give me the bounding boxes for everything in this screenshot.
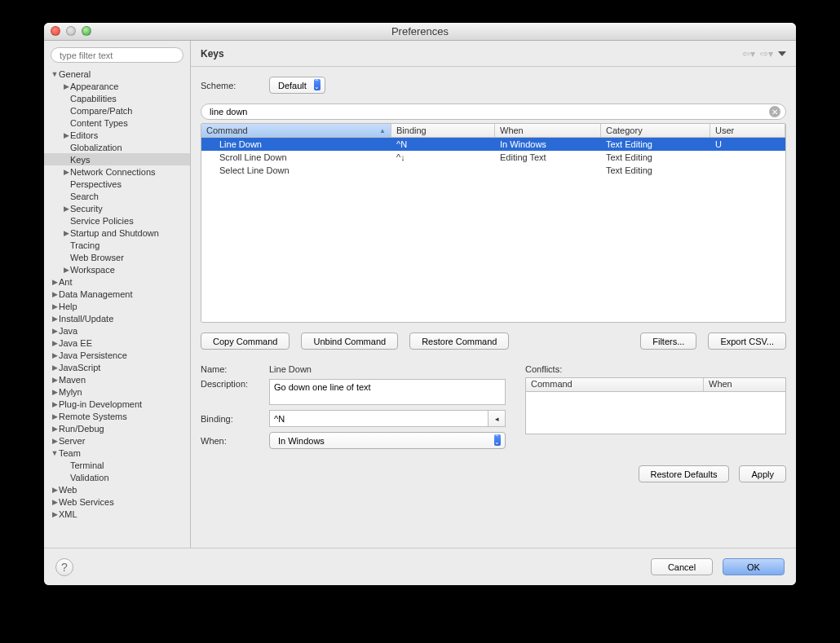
table-row[interactable]: Scroll Line Down^↓Editing TextText Editi…	[201, 151, 785, 164]
tree-item-validation[interactable]: Validation	[44, 471, 190, 483]
binding-input[interactable]	[269, 410, 489, 427]
tree-item-appearance[interactable]: ▶Appearance	[44, 80, 190, 92]
tree-collapse-icon[interactable]: ▼	[51, 449, 59, 457]
tree-item-remote-systems[interactable]: ▶Remote Systems	[44, 410, 190, 422]
table-row[interactable]: Line Down^NIn WindowsText EditingU	[201, 138, 785, 151]
cancel-button[interactable]: Cancel	[651, 558, 713, 575]
filters-button[interactable]: Filters...	[640, 333, 696, 350]
column-binding[interactable]: Binding	[391, 124, 495, 137]
help-button[interactable]: ?	[55, 558, 73, 576]
tree-expand-icon[interactable]: ▶	[51, 498, 59, 506]
tree-expand-icon[interactable]: ▶	[62, 82, 70, 90]
tree-item-tracing[interactable]: Tracing	[44, 239, 190, 251]
tree-expand-icon[interactable]: ▶	[51, 302, 59, 310]
tree-expand-icon[interactable]: ▶	[51, 278, 59, 286]
scheme-select[interactable]: Default	[269, 77, 325, 94]
forward-icon[interactable]: ⇨▾	[760, 48, 773, 59]
tree-expand-icon[interactable]: ▶	[51, 363, 59, 372]
tree-item-web[interactable]: ▶Web	[44, 483, 190, 495]
tree-item-editors[interactable]: ▶Editors	[44, 129, 190, 141]
tree-item-team[interactable]: ▼Team	[44, 447, 190, 459]
keys-search-input[interactable]	[210, 107, 769, 117]
tree-item-keys[interactable]: Keys	[44, 153, 190, 165]
tree-item-ant[interactable]: ▶Ant	[44, 275, 190, 288]
tree-expand-icon[interactable]: ▶	[51, 412, 59, 421]
tree-expand-icon[interactable]: ▶	[62, 266, 70, 274]
column-command[interactable]: Command▲	[201, 124, 391, 137]
tree-item-help[interactable]: ▶Help	[44, 300, 190, 312]
binding-menu-button[interactable]: ◂	[489, 410, 506, 427]
tree-item-search[interactable]: Search	[44, 190, 190, 202]
tree-item-web-browser[interactable]: Web Browser	[44, 251, 190, 263]
tree-expand-icon[interactable]: ▶	[51, 327, 59, 335]
tree-item-javascript[interactable]: ▶JavaScript	[44, 361, 190, 373]
copy-command-button[interactable]: Copy Command	[201, 333, 290, 350]
apply-button[interactable]: Apply	[739, 465, 786, 482]
tree-expand-icon[interactable]: ▶	[62, 168, 70, 176]
table-row[interactable]: Select Line DownText Editing	[201, 164, 785, 177]
zoom-window-button[interactable]	[82, 26, 91, 36]
preference-tree[interactable]: ▼General▶AppearanceCapabilitiesCompare/P…	[44, 68, 190, 548]
when-select[interactable]: In Windows	[269, 432, 506, 449]
column-user[interactable]: User	[710, 124, 785, 137]
conflict-column-when[interactable]: When	[704, 378, 785, 391]
tree-item-general[interactable]: ▼General	[44, 68, 190, 80]
tree-item-java-ee[interactable]: ▶Java EE	[44, 337, 190, 349]
tree-item-mylyn[interactable]: ▶Mylyn	[44, 385, 190, 398]
tree-expand-icon[interactable]: ▶	[51, 376, 59, 384]
tree-item-install-update[interactable]: ▶Install/Update	[44, 312, 190, 324]
tree-expand-icon[interactable]: ▶	[51, 400, 59, 408]
column-when[interactable]: When	[495, 124, 601, 137]
tree-item-network-connections[interactable]: ▶Network Connections	[44, 165, 190, 178]
sidebar-filter-input[interactable]	[51, 47, 183, 63]
clear-search-icon[interactable]: ✕	[769, 106, 780, 117]
tree-expand-icon[interactable]: ▶	[62, 205, 70, 213]
description-input[interactable]	[269, 379, 506, 405]
tree-item-capabilities[interactable]: Capabilities	[44, 92, 190, 104]
tree-item-globalization[interactable]: Globalization	[44, 141, 190, 153]
tree-item-service-policies[interactable]: Service Policies	[44, 214, 190, 227]
close-window-button[interactable]	[51, 26, 60, 36]
tree-expand-icon[interactable]: ▶	[51, 425, 59, 433]
tree-item-data-management[interactable]: ▶Data Management	[44, 288, 190, 300]
tree-item-content-types[interactable]: Content Types	[44, 117, 190, 129]
restore-defaults-button[interactable]: Restore Defaults	[639, 465, 730, 482]
tree-item-maven[interactable]: ▶Maven	[44, 373, 190, 385]
tree-expand-icon[interactable]: ▶	[51, 388, 59, 396]
tree-item-run-debug[interactable]: ▶Run/Debug	[44, 422, 190, 434]
view-menu-icon[interactable]	[778, 50, 786, 58]
tree-item-web-services[interactable]: ▶Web Services	[44, 495, 190, 508]
tree-expand-icon[interactable]: ▶	[62, 131, 70, 139]
tree-expand-icon[interactable]: ▶	[51, 351, 59, 359]
tree-item-plug-in-development[interactable]: ▶Plug-in Development	[44, 398, 190, 410]
tree-expand-icon[interactable]: ▶	[51, 315, 59, 323]
export-csv-button[interactable]: Export CSV...	[708, 333, 786, 350]
tree-item-xml[interactable]: ▶XML	[44, 508, 190, 520]
restore-command-button[interactable]: Restore Command	[409, 333, 509, 350]
tree-item-java[interactable]: ▶Java	[44, 324, 190, 337]
tree-expand-icon[interactable]: ▶	[62, 229, 70, 237]
tree-item-label: Network Connections	[70, 167, 156, 177]
tree-expand-icon[interactable]: ▶	[51, 486, 59, 494]
tree-expand-icon[interactable]: ▶	[51, 510, 59, 518]
tree-item-startup-and-shutdown[interactable]: ▶Startup and Shutdown	[44, 227, 190, 239]
back-icon[interactable]: ⇦▾	[742, 48, 755, 59]
tree-expand-icon[interactable]: ▶	[51, 290, 59, 298]
tree-item-perspectives[interactable]: Perspectives	[44, 178, 190, 190]
unbind-command-button[interactable]: Unbind Command	[301, 333, 398, 350]
tree-item-workspace[interactable]: ▶Workspace	[44, 263, 190, 275]
tree-item-java-persistence[interactable]: ▶Java Persistence	[44, 349, 190, 361]
tree-item-label: Data Management	[59, 289, 133, 299]
minimize-window-button[interactable]	[66, 26, 76, 36]
tree-collapse-icon[interactable]: ▼	[51, 70, 59, 78]
tree-item-terminal[interactable]: Terminal	[44, 459, 190, 471]
tree-expand-icon[interactable]: ▶	[51, 437, 59, 445]
tree-expand-icon[interactable]: ▶	[51, 339, 59, 347]
tree-item-security[interactable]: ▶Security	[44, 202, 190, 214]
ok-button[interactable]: OK	[723, 558, 785, 575]
conflict-column-command[interactable]: Command	[526, 378, 704, 391]
keys-table-body[interactable]: Line Down^NIn WindowsText EditingUScroll…	[201, 138, 785, 322]
tree-item-compare-patch[interactable]: Compare/Patch	[44, 104, 190, 117]
tree-item-server[interactable]: ▶Server	[44, 434, 190, 447]
column-category[interactable]: Category	[601, 124, 710, 137]
